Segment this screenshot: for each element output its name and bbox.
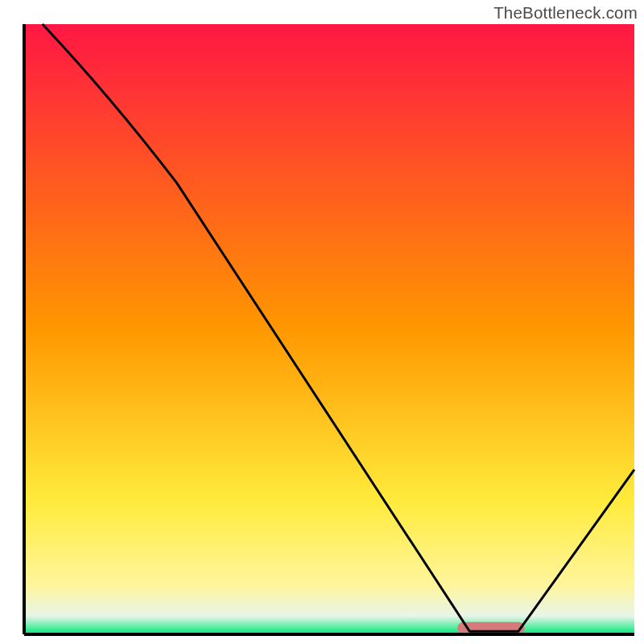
chart-svg: [0, 0, 644, 644]
chart-container: [0, 0, 644, 644]
watermark-text: TheBottleneck.com: [493, 3, 638, 23]
plot-background: [24, 24, 634, 634]
